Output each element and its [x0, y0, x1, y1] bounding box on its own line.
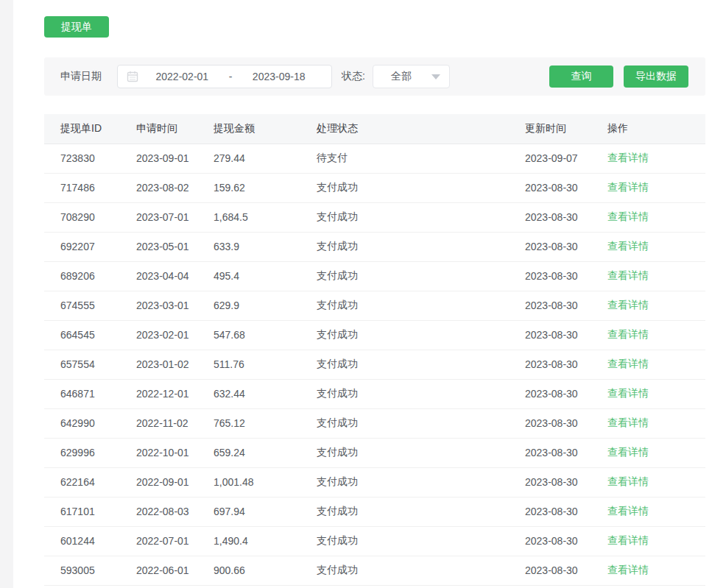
status-label: 状态: — [342, 70, 365, 83]
view-details-link[interactable]: 查看详情 — [607, 505, 649, 517]
view-details-link[interactable]: 查看详情 — [607, 181, 649, 193]
export-data-button[interactable]: 导出数据 — [624, 65, 688, 88]
cell-update-time: 2023-08-30 — [525, 497, 607, 526]
cell-withdrawal-id: 708290 — [44, 202, 136, 232]
date-range-picker[interactable]: 2022-02-01 - 2023-09-18 — [117, 65, 332, 88]
table-row: 629996 2022-10-01 659.24 支付成功 2023-08-30… — [44, 438, 705, 467]
cell-withdrawal-id: 622164 — [44, 467, 136, 497]
cell-status: 支付成功 — [317, 467, 525, 497]
cell-amount: 547.68 — [214, 320, 317, 350]
cell-status: 支付成功 — [317, 556, 525, 585]
cell-update-time: 2023-09-07 — [525, 144, 607, 173]
cell-actions: 查看详情 — [607, 291, 705, 320]
cell-update-time: 2023-08-30 — [525, 261, 607, 291]
cell-withdrawal-id: 601244 — [44, 526, 136, 556]
chevron-down-icon — [431, 74, 440, 79]
cell-update-time: 2023-08-30 — [525, 556, 607, 585]
withdrawals-table: 提现单ID 申请时间 提现金额 处理状态 更新时间 操作 723830 2023… — [44, 114, 705, 586]
view-details-link[interactable]: 查看详情 — [607, 269, 649, 281]
cell-update-time: 2023-08-30 — [525, 291, 607, 320]
cell-amount: 279.44 — [214, 144, 317, 173]
cell-amount: 1,684.5 — [214, 202, 317, 232]
table-row: 692207 2023-05-01 633.9 支付成功 2023-08-30 … — [44, 232, 705, 261]
cell-actions: 查看详情 — [607, 467, 705, 497]
cell-apply-time: 2023-03-01 — [136, 291, 214, 320]
table-row: 723830 2023-09-01 279.44 待支付 2023-09-07 … — [44, 144, 705, 173]
col-header-status: 处理状态 — [317, 114, 525, 144]
cell-status: 支付成功 — [317, 526, 525, 556]
cell-amount: 632.44 — [214, 379, 317, 408]
table-row: 593005 2022-06-01 900.66 支付成功 2023-08-30… — [44, 556, 705, 585]
table-body: 723830 2023-09-01 279.44 待支付 2023-09-07 … — [44, 144, 705, 585]
date-start-value[interactable]: 2022-02-01 — [138, 71, 226, 82]
col-header-amount: 提现金额 — [214, 114, 317, 144]
cell-actions: 查看详情 — [607, 526, 705, 556]
table-row: 646871 2022-12-01 632.44 支付成功 2023-08-30… — [44, 379, 705, 408]
cell-apply-time: 2023-05-01 — [136, 232, 214, 261]
cell-amount: 511.76 — [214, 350, 317, 379]
cell-amount: 765.12 — [214, 408, 317, 438]
cell-update-time: 2023-08-30 — [525, 173, 607, 202]
cell-amount: 633.9 — [214, 232, 317, 261]
cell-apply-time: 2023-01-02 — [136, 350, 214, 379]
view-details-link[interactable]: 查看详情 — [607, 475, 649, 487]
cell-status: 支付成功 — [317, 173, 525, 202]
table-row: 689206 2023-04-04 495.4 支付成功 2023-08-30 … — [44, 261, 705, 291]
view-details-link[interactable]: 查看详情 — [607, 534, 649, 546]
cell-actions: 查看详情 — [607, 379, 705, 408]
withdrawals-table-wrap: 提现单ID 申请时间 提现金额 处理状态 更新时间 操作 723830 2023… — [44, 114, 705, 586]
view-details-link[interactable]: 查看详情 — [607, 240, 649, 252]
cell-status: 支付成功 — [317, 497, 525, 526]
view-details-link[interactable]: 查看详情 — [607, 446, 649, 458]
cell-actions: 查看详情 — [607, 497, 705, 526]
date-end-value[interactable]: 2023-09-18 — [235, 71, 322, 82]
table-row: 674555 2023-03-01 629.9 支付成功 2023-08-30 … — [44, 291, 705, 320]
cell-apply-time: 2022-11-02 — [136, 408, 214, 438]
cell-withdrawal-id: 723830 — [44, 144, 136, 173]
cell-actions: 查看详情 — [607, 438, 705, 467]
table-header-row: 提现单ID 申请时间 提现金额 处理状态 更新时间 操作 — [44, 114, 705, 144]
view-details-link[interactable]: 查看详情 — [607, 152, 649, 163]
date-range-separator: - — [226, 71, 236, 82]
cell-withdrawal-id: 617101 — [44, 497, 136, 526]
cell-actions: 查看详情 — [607, 320, 705, 350]
cell-apply-time: 2022-06-01 — [136, 556, 214, 585]
cell-withdrawal-id: 689206 — [44, 261, 136, 291]
view-details-link[interactable]: 查看详情 — [607, 328, 649, 340]
cell-withdrawal-id: 674555 — [44, 291, 136, 320]
tab-withdrawal-orders[interactable]: 提现单 — [44, 16, 109, 38]
filter-actions: 查询 导出数据 — [549, 65, 688, 88]
view-details-link[interactable]: 查看详情 — [607, 358, 649, 369]
calendar-icon — [127, 71, 138, 82]
cell-update-time: 2023-08-30 — [525, 526, 607, 556]
view-details-link[interactable]: 查看详情 — [607, 299, 649, 311]
cell-withdrawal-id: 593005 — [44, 556, 136, 585]
left-edge-strip — [0, 0, 13, 588]
cell-apply-time: 2022-12-01 — [136, 379, 214, 408]
cell-amount: 1,001.48 — [214, 467, 317, 497]
cell-amount: 159.62 — [214, 173, 317, 202]
cell-withdrawal-id: 646871 — [44, 379, 136, 408]
cell-actions: 查看详情 — [607, 173, 705, 202]
view-details-link[interactable]: 查看详情 — [607, 387, 649, 399]
cell-update-time: 2023-08-30 — [525, 320, 607, 350]
cell-update-time: 2023-08-30 — [525, 379, 607, 408]
cell-amount: 495.4 — [214, 261, 317, 291]
query-button[interactable]: 查询 — [549, 65, 613, 88]
cell-actions: 查看详情 — [607, 556, 705, 585]
cell-status: 支付成功 — [317, 408, 525, 438]
status-selected-value: 全部 — [391, 70, 431, 83]
cell-status: 支付成功 — [317, 202, 525, 232]
view-details-link[interactable]: 查看详情 — [607, 564, 649, 575]
view-details-link[interactable]: 查看详情 — [607, 417, 649, 428]
table-row: 664545 2023-02-01 547.68 支付成功 2023-08-30… — [44, 320, 705, 350]
table-row: 717486 2023-08-02 159.62 支付成功 2023-08-30… — [44, 173, 705, 202]
table-row: 617101 2022-08-03 697.94 支付成功 2023-08-30… — [44, 497, 705, 526]
cell-withdrawal-id: 642990 — [44, 408, 136, 438]
status-select[interactable]: 全部 — [373, 65, 450, 88]
cell-apply-time: 2023-08-02 — [136, 173, 214, 202]
cell-apply-time: 2022-07-01 — [136, 526, 214, 556]
cell-withdrawal-id: 664545 — [44, 320, 136, 350]
view-details-link[interactable]: 查看详情 — [607, 210, 649, 222]
table-row: 657554 2023-01-02 511.76 支付成功 2023-08-30… — [44, 350, 705, 379]
